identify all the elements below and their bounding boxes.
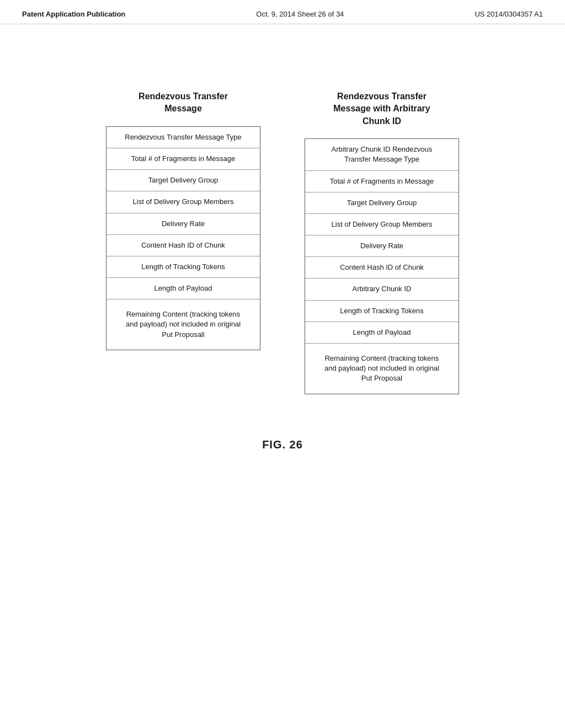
right-message-table: Arbitrary Chunk ID RendezvousTransfer Me…: [305, 138, 459, 394]
left-row-2: Total # of Fragments in Message: [106, 148, 260, 170]
left-row-9: Remaining Content (tracking tokensand pa…: [106, 299, 260, 350]
left-row-3: Target Delivery Group: [106, 170, 260, 191]
header-publication: Patent Application Publication: [22, 10, 125, 18]
right-row-7: Arbitrary Chunk ID: [305, 279, 459, 300]
left-row-8: Length of Payload: [106, 278, 260, 299]
right-row-4: List of Delivery Group Members: [305, 214, 459, 235]
left-row-4: List of Delivery Group Members: [106, 191, 260, 213]
right-row-9: Length of Payload: [305, 322, 459, 344]
page-header: Patent Application Publication Oct. 9, 2…: [0, 0, 565, 24]
header-patent-number: US 2014/0304357 A1: [475, 10, 543, 18]
figure-label: FIG. 26: [262, 438, 303, 451]
right-row-1: Arbitrary Chunk ID RendezvousTransfer Me…: [305, 139, 459, 170]
left-diagram-title: Rendezvous TransferMessage: [138, 90, 228, 115]
header-date-sheet: Oct. 9, 2014 Sheet 26 of 34: [256, 10, 344, 18]
diagrams-row: Rendezvous TransferMessage Rendezvous Tr…: [0, 90, 565, 394]
right-row-6: Content Hash ID of Chunk: [305, 257, 459, 279]
right-diagram-title: Rendezvous TransferMessage with Arbitrar…: [333, 90, 430, 127]
right-diagram: Rendezvous TransferMessage with Arbitrar…: [305, 90, 459, 394]
left-row-7: Length of Tracking Tokens: [106, 256, 260, 278]
right-row-3: Target Delivery Group: [305, 192, 459, 214]
left-message-table: Rendezvous Transfer Message Type Total #…: [106, 126, 260, 350]
main-content: Rendezvous TransferMessage Rendezvous Tr…: [0, 24, 565, 451]
left-row-5: Delivery Rate: [106, 213, 260, 235]
left-row-1: Rendezvous Transfer Message Type: [106, 127, 260, 148]
right-row-2: Total # of Fragments in Message: [305, 171, 459, 192]
right-row-8: Length of Tracking Tokens: [305, 301, 459, 322]
left-diagram: Rendezvous TransferMessage Rendezvous Tr…: [106, 90, 260, 350]
right-row-10: Remaining Content (tracking tokensand pa…: [305, 344, 459, 394]
left-row-6: Content Hash ID of Chunk: [106, 235, 260, 256]
right-row-5: Delivery Rate: [305, 235, 459, 257]
